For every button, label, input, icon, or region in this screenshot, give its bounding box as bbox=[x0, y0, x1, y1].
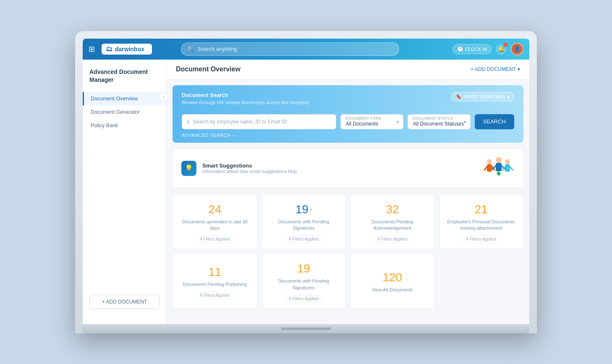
sidebar-add-doc-button[interactable]: + ADD DOCUMENT bbox=[89, 295, 160, 309]
svg-line-2 bbox=[484, 167, 487, 170]
logo-icon: 🗂 bbox=[106, 45, 112, 53]
smart-suggestions-text: Smart Suggestions Information about how … bbox=[202, 162, 481, 174]
sidebar-item-document-overview[interactable]: Document Overview bbox=[83, 92, 166, 105]
sidebar-item-document-generator[interactable]: Document Generator bbox=[83, 105, 166, 119]
chevron-down-small-icon: ▾ bbox=[507, 94, 510, 100]
stat-number-pending-sig: 19 bbox=[296, 203, 309, 216]
sidebar-item-policy-bank[interactable]: Policy Bank bbox=[83, 119, 166, 132]
search-placeholder: Search anything bbox=[197, 46, 237, 52]
stat-number-pending-sig2: 19 bbox=[297, 262, 310, 275]
global-search[interactable]: 🔍 Search anything bbox=[181, 42, 399, 56]
stat-label-pending-sig2: Documents with Pending Signatures bbox=[268, 278, 340, 291]
doc-search-title: Document Search bbox=[182, 92, 311, 98]
saved-searches-button[interactable]: 🔖 SAVED SEARCHES ▾ bbox=[451, 92, 514, 102]
document-search-section: Document Search Browse through HR relate… bbox=[173, 85, 523, 143]
clock-in-button[interactable]: 🕐 CLOCK IN bbox=[452, 44, 492, 54]
svg-rect-9 bbox=[505, 164, 510, 172]
svg-point-4 bbox=[496, 157, 502, 163]
doc-search-subtitle: Browse through HR related documents acro… bbox=[182, 100, 311, 105]
stat-number-ack: 32 bbox=[386, 203, 399, 216]
stat-number-personal: 21 bbox=[475, 203, 488, 216]
smart-illustration bbox=[481, 156, 515, 181]
logo-text: darwinbox bbox=[115, 46, 144, 52]
stat-card-pending-sig2[interactable]: 19 Documents with Pending Signatures 4 F… bbox=[262, 253, 346, 309]
card-arrow-icon: › bbox=[310, 207, 312, 212]
stat-label-publishing: Documents Pending Publishing bbox=[183, 281, 247, 288]
svg-rect-1 bbox=[487, 164, 492, 172]
stat-card-pending-publishing[interactable]: 11 Documents Pending Publishing 4 Filter… bbox=[173, 253, 257, 309]
employee-search-input[interactable]: ℹ Search by employee name, ID or Email I… bbox=[182, 114, 336, 129]
stat-card-acknowledgement[interactable]: 32 Documents Pending Acknowledgement 4 F… bbox=[350, 194, 435, 249]
sidebar-toggle[interactable]: ‹ bbox=[159, 92, 168, 102]
stat-label-all: View All Documents bbox=[372, 287, 413, 293]
search-input-placeholder: Search by employee name, ID or Email ID bbox=[193, 119, 287, 125]
svg-rect-13 bbox=[497, 172, 500, 175]
svg-point-0 bbox=[487, 159, 492, 164]
stat-filter-pending-sig2: 4 Filters Applied bbox=[285, 295, 322, 302]
page-content: Document Overview + ADD DOCUMENT ▾ Docum… bbox=[167, 60, 529, 324]
stat-filter-pending-sig: 4 Filters Applied bbox=[285, 236, 322, 243]
sidebar: Advanced Document Manager Document Overv… bbox=[83, 60, 167, 324]
stat-filter-publishing: 4 Filters Applied bbox=[196, 292, 233, 299]
stat-card-view-all[interactable]: 120 View All Documents bbox=[350, 253, 435, 309]
stat-filter-personal: 4 Filters Applied bbox=[463, 236, 500, 243]
advanced-search-link[interactable]: ADVANCED SEARCH › bbox=[182, 133, 514, 138]
stat-filter-generated: 4 Filters Applied bbox=[196, 236, 233, 243]
bookmark-icon: 🔖 bbox=[456, 94, 462, 100]
search-icon: 🔍 bbox=[187, 46, 194, 52]
page-header: Document Overview + ADD DOCUMENT ▾ bbox=[167, 60, 529, 79]
search-row: ℹ Search by employee name, ID or Email I… bbox=[182, 114, 514, 129]
svg-line-11 bbox=[510, 167, 513, 170]
doc-status-chevron-icon: ▾ bbox=[464, 119, 466, 124]
stat-number-generated: 24 bbox=[208, 203, 221, 216]
grid-icon[interactable]: ⊞ bbox=[89, 45, 95, 54]
stat-cards-row2: 11 Documents Pending Publishing 4 Filter… bbox=[173, 253, 523, 309]
stat-card-personal-docs[interactable]: 21 Employee's Personal Documents missing… bbox=[439, 194, 524, 249]
stat-number-all: 120 bbox=[382, 271, 402, 284]
svg-rect-5 bbox=[496, 163, 502, 171]
stat-filter-ack: 4 Filters Applied bbox=[374, 236, 411, 243]
stat-card-generated[interactable]: 24 Documents generated in last 30 days 4… bbox=[173, 194, 257, 249]
page-title: Document Overview bbox=[176, 65, 241, 73]
document-status-select[interactable]: DOCUMENT STATUS All Document Statuses ▾ bbox=[408, 114, 471, 129]
document-type-select[interactable]: DOCUMENT TYPE All Documents ▾ bbox=[340, 114, 403, 129]
stat-label-generated: Documents generated in last 30 days bbox=[179, 219, 251, 232]
chevron-down-icon: ▾ bbox=[518, 66, 520, 72]
stat-label-ack: Documents Pending Acknowledgement bbox=[356, 219, 429, 232]
avatar[interactable]: 👤 bbox=[511, 43, 523, 55]
top-nav: ⊞ 🗂 darwinbox 🔍 Search anything 🕐 CLOCK … bbox=[83, 39, 529, 60]
add-document-header-button[interactable]: + ADD DOCUMENT ▾ bbox=[471, 66, 520, 72]
svg-point-8 bbox=[505, 159, 510, 164]
stat-label-pending-sig: Documents with Pending Signatures bbox=[268, 219, 340, 232]
clock-icon: 🕐 bbox=[457, 46, 463, 52]
stat-number-publishing: 11 bbox=[208, 265, 221, 279]
doc-type-chevron-icon: ▾ bbox=[397, 119, 399, 124]
notif-badge: 1 bbox=[503, 43, 507, 47]
logo: 🗂 darwinbox bbox=[102, 44, 152, 55]
stat-card-pending-signatures[interactable]: 19 › Documents with Pending Signatures 4… bbox=[262, 194, 346, 249]
sidebar-nav: Document Overview Document Generator Pol… bbox=[83, 92, 166, 132]
smart-suggestions-icon: 💡 bbox=[181, 161, 196, 176]
stat-label-personal: Employee's Personal Documents missing at… bbox=[445, 219, 518, 232]
nav-right: 🕐 CLOCK IN 🔔 1 👤 bbox=[452, 43, 523, 55]
notifications-button[interactable]: 🔔 1 bbox=[496, 44, 507, 55]
stat-card-empty bbox=[439, 253, 524, 309]
sidebar-title: Advanced Document Manager bbox=[83, 68, 166, 92]
advanced-search-arrow-icon: › bbox=[233, 133, 234, 138]
stat-cards-row1: 24 Documents generated in last 30 days 4… bbox=[173, 194, 523, 249]
search-input-icon: ℹ bbox=[187, 119, 189, 125]
smart-suggestions-section: 💡 Smart Suggestions Information about ho… bbox=[173, 149, 523, 188]
search-button[interactable]: SEARCH bbox=[475, 114, 514, 129]
